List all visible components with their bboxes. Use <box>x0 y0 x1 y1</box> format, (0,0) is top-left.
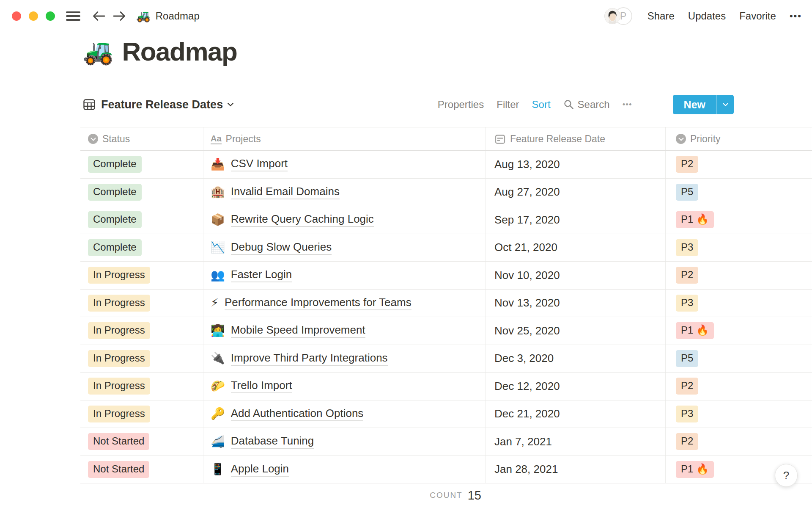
project-cell[interactable]: ⚡ Performance Improvements for Teams <box>203 290 486 317</box>
project-cell[interactable]: 🏨 Invalid Email Domains <box>203 179 486 206</box>
project-link[interactable]: Invalid Email Domains <box>231 185 340 199</box>
close-window-button[interactable] <box>12 11 21 21</box>
minimize-window-button[interactable] <box>29 11 38 21</box>
status-cell[interactable]: In Progress <box>80 400 203 428</box>
date-cell[interactable]: Dec 21, 2020 <box>486 400 665 428</box>
status-cell[interactable]: In Progress <box>80 290 203 317</box>
filter-button[interactable]: Filter <box>497 99 519 110</box>
project-cell[interactable]: 📉 Debug Slow Queries <box>203 234 486 262</box>
project-link[interactable]: Faster Login <box>231 268 292 282</box>
date-property-icon <box>494 133 506 145</box>
project-cell[interactable]: 📥 CSV Import <box>203 151 486 178</box>
date-value: Dec 21, 2020 <box>494 407 560 420</box>
status-cell[interactable]: Complete <box>80 179 203 206</box>
properties-button[interactable]: Properties <box>438 99 484 110</box>
status-cell[interactable]: Complete <box>80 234 203 262</box>
breadcrumb[interactable]: 🚜 Roadmap <box>136 10 200 22</box>
priority-cell[interactable]: P2 <box>665 428 810 456</box>
date-cell[interactable]: Nov 25, 2020 <box>486 317 665 345</box>
priority-cell[interactable]: P3 <box>665 290 810 317</box>
status-cell[interactable]: Complete <box>80 206 203 234</box>
project-cell[interactable]: 🔑 Add Authentication Options <box>203 400 486 428</box>
priority-cell[interactable]: P5 <box>665 345 810 373</box>
project-link[interactable]: Database Tuning <box>231 434 314 449</box>
date-cell[interactable]: Jan 28, 2021 <box>486 456 665 483</box>
date-value: Jan 28, 2021 <box>494 463 558 476</box>
priority-cell[interactable]: P5 <box>665 179 810 206</box>
share-button[interactable]: Share <box>647 10 675 22</box>
project-cell[interactable]: 🚄 Database Tuning <box>203 428 486 456</box>
new-record-button[interactable]: New <box>673 95 734 114</box>
project-cell[interactable]: 👩‍💻 Mobile Speed Improvement <box>203 317 486 345</box>
sort-button[interactable]: Sort <box>532 99 551 110</box>
status-cell[interactable]: In Progress <box>80 345 203 373</box>
date-value: Jan 7, 2021 <box>494 435 552 448</box>
date-cell[interactable]: Dec 3, 2020 <box>486 345 665 373</box>
date-cell[interactable]: Aug 27, 2020 <box>486 179 665 206</box>
updates-button[interactable]: Updates <box>688 10 726 22</box>
date-cell[interactable]: Nov 13, 2020 <box>486 290 665 317</box>
date-value: Oct 21, 2020 <box>494 241 557 254</box>
date-cell[interactable]: Oct 21, 2020 <box>486 234 665 262</box>
project-link[interactable]: Trello Import <box>231 379 292 393</box>
page-title[interactable]: Roadmap <box>122 36 237 66</box>
project-link[interactable]: Mobile Speed Improvement <box>231 323 365 338</box>
project-link[interactable]: Apple Login <box>231 462 289 477</box>
status-cell[interactable]: In Progress <box>80 373 203 400</box>
column-header-feature-release-date[interactable]: Feature Release Date <box>486 127 665 150</box>
project-emoji-icon: 👩‍💻 <box>211 325 225 337</box>
view-more-options-icon[interactable]: ••• <box>623 100 632 109</box>
project-cell[interactable]: 🌮 Trello Import <box>203 373 486 400</box>
favorite-button[interactable]: Favorite <box>739 10 776 22</box>
project-link[interactable]: CSV Import <box>231 157 288 171</box>
date-cell[interactable]: Jan 7, 2021 <box>486 428 665 456</box>
priority-cell[interactable]: P1 🔥 <box>665 206 810 234</box>
project-link[interactable]: Performance Improvements for Teams <box>225 296 411 310</box>
search-button[interactable]: Search <box>563 99 610 110</box>
back-arrow-icon[interactable] <box>91 8 107 25</box>
status-cell[interactable]: Not Started <box>80 456 203 483</box>
column-header-projects[interactable]: Aa Projects <box>203 127 486 150</box>
date-cell[interactable]: Nov 10, 2020 <box>486 262 665 289</box>
chevron-down-icon <box>228 100 233 106</box>
status-cell[interactable]: In Progress <box>80 262 203 289</box>
collaborator-avatars[interactable]: P <box>604 7 632 25</box>
project-cell[interactable]: 📱 Apple Login <box>203 456 486 483</box>
date-cell[interactable]: Sep 17, 2020 <box>486 206 665 234</box>
date-cell[interactable]: Dec 12, 2020 <box>486 373 665 400</box>
new-button-dropdown[interactable] <box>717 95 734 114</box>
priority-cell[interactable]: P3 <box>665 400 810 428</box>
count-value: 15 <box>468 489 481 502</box>
more-options-icon[interactable]: ••• <box>790 11 802 22</box>
sidebar-menu-icon[interactable] <box>66 11 80 22</box>
status-cell[interactable]: Not Started <box>80 428 203 456</box>
project-cell[interactable]: 👥 Faster Login <box>203 262 486 289</box>
priority-cell[interactable]: P1 🔥 <box>665 317 810 345</box>
count-label: COUNT <box>430 491 463 500</box>
column-header-priority[interactable]: Priority <box>665 127 810 150</box>
priority-badge: P2 <box>676 433 698 450</box>
project-cell[interactable]: 📦 Rewrite Query Caching Logic <box>203 206 486 234</box>
help-button[interactable]: ? <box>775 464 798 487</box>
status-cell[interactable]: Complete <box>80 151 203 178</box>
project-link[interactable]: Debug Slow Queries <box>231 240 332 255</box>
project-emoji-icon: 🚄 <box>211 436 225 447</box>
priority-cell[interactable]: P2 <box>665 373 810 400</box>
page-icon-tractor-emoji[interactable]: 🚜 <box>83 39 113 64</box>
project-link[interactable]: Improve Third Party Integrations <box>231 351 388 366</box>
view-selector[interactable]: Feature Release Dates <box>83 94 233 115</box>
column-header-status[interactable]: Status <box>80 127 203 150</box>
priority-cell[interactable]: P2 <box>665 151 810 178</box>
project-link[interactable]: Add Authentication Options <box>231 407 364 421</box>
priority-cell[interactable]: P2 <box>665 262 810 289</box>
forward-arrow-icon[interactable] <box>111 8 128 25</box>
status-badge: Complete <box>88 184 142 201</box>
priority-badge: P5 <box>676 350 698 367</box>
priority-cell[interactable]: P3 <box>665 234 810 262</box>
project-link[interactable]: Rewrite Query Caching Logic <box>231 213 374 227</box>
status-cell[interactable]: In Progress <box>80 317 203 345</box>
zoom-window-button[interactable] <box>46 11 55 21</box>
project-cell[interactable]: 🔌 Improve Third Party Integrations <box>203 345 486 373</box>
date-cell[interactable]: Aug 13, 2020 <box>486 151 665 178</box>
table-footer-count[interactable]: COUNT 15 <box>80 483 486 507</box>
